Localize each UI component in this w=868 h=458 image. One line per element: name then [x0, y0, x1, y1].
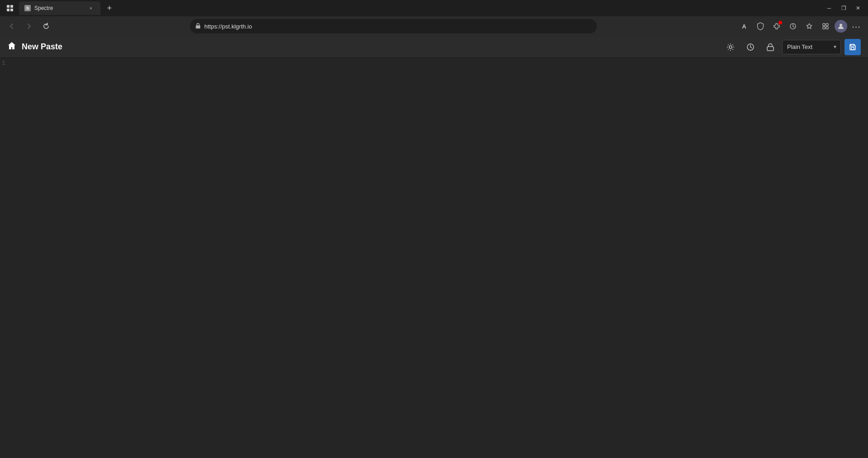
profile-avatar[interactable]: [835, 20, 847, 33]
lock-icon: [195, 23, 201, 30]
svg-rect-9: [826, 27, 828, 29]
svg-rect-4: [196, 25, 200, 29]
forward-button[interactable]: [22, 19, 36, 33]
active-tab[interactable]: S Spectre ×: [19, 1, 100, 15]
app-header: New Paste Plain Text JavaScript Python H…: [0, 36, 868, 58]
refresh-button[interactable]: [39, 19, 53, 33]
tab-bar-left: S Spectre × +: [4, 1, 116, 15]
url-text: https://pst.klgrth.io: [204, 23, 252, 30]
svg-rect-3: [10, 9, 13, 11]
menu-button[interactable]: ···: [849, 19, 863, 33]
url-bar[interactable]: https://pst.klgrth.io: [190, 19, 597, 33]
back-button[interactable]: [5, 19, 19, 33]
restore-button[interactable]: ❐: [837, 2, 850, 14]
tab-close-button[interactable]: ×: [87, 4, 95, 12]
svg-rect-8: [823, 27, 825, 29]
tab-bar: S Spectre × + ─ ❐ ✕: [0, 0, 868, 16]
language-select[interactable]: Plain Text JavaScript Python HTML CSS C …: [782, 40, 841, 54]
svg-rect-2: [7, 9, 9, 11]
shield-icon[interactable]: [753, 19, 768, 33]
svg-rect-6: [823, 24, 825, 26]
browser-chrome: S Spectre × + ─ ❐ ✕ https://pst.klgrth.i…: [0, 0, 868, 36]
tab-switcher-button[interactable]: [4, 2, 16, 14]
language-select-wrapper: Plain Text JavaScript Python HTML CSS C …: [782, 40, 841, 54]
favorites-icon[interactable]: [802, 19, 816, 33]
home-icon[interactable]: [7, 41, 16, 52]
minimize-button[interactable]: ─: [823, 2, 835, 14]
lock-button[interactable]: [762, 39, 778, 55]
svg-rect-1: [10, 5, 13, 8]
tab-title: Spectre: [34, 5, 83, 11]
window-controls: ─ ❐ ✕: [823, 2, 864, 14]
new-tab-button[interactable]: +: [103, 2, 116, 14]
translate-icon[interactable]: A: [737, 19, 751, 33]
svg-rect-13: [767, 47, 774, 51]
editor-area[interactable]: 1: [0, 58, 868, 458]
svg-rect-0: [7, 5, 9, 8]
extension-icon[interactable]: [769, 19, 784, 33]
svg-rect-7: [826, 24, 828, 26]
tab-favicon: S: [24, 5, 31, 11]
page-title: New Paste: [22, 42, 62, 52]
reload-extensions-icon[interactable]: [786, 19, 800, 33]
close-button[interactable]: ✕: [852, 2, 864, 14]
svg-rect-14: [851, 48, 854, 50]
extension-badge: [778, 21, 782, 24]
address-bar-icons: A ···: [737, 19, 863, 33]
svg-rect-15: [851, 44, 854, 46]
save-button[interactable]: [844, 39, 861, 55]
settings-button[interactable]: [722, 39, 739, 55]
line-number-1: 1: [2, 60, 5, 67]
svg-point-10: [840, 24, 842, 27]
svg-point-11: [729, 46, 732, 48]
history-button[interactable]: [742, 39, 759, 55]
app-header-right: Plain Text JavaScript Python HTML CSS C …: [722, 39, 861, 55]
address-bar: https://pst.klgrth.io A ···: [0, 16, 868, 36]
collections-icon[interactable]: [818, 19, 833, 33]
